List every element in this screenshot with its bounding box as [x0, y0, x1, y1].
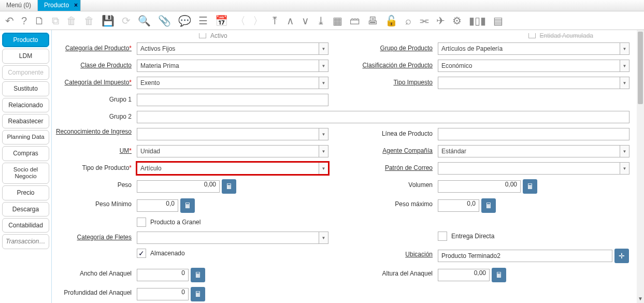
- checkbox-almacenado[interactable]: [137, 249, 146, 258]
- scroll-thumb[interactable]: [638, 32, 643, 104]
- tab-producto[interactable]: Producto ×: [38, 0, 81, 11]
- sidebar-item-socio[interactable]: Socio del Negocio: [2, 163, 49, 184]
- gear-icon[interactable]: ⚙: [452, 16, 462, 26]
- report-icon[interactable]: ▦: [333, 16, 342, 26]
- activo-checkbox[interactable]: [199, 33, 206, 38]
- chevron-down-icon[interactable]: ▼: [620, 163, 629, 174]
- sidebar-item-contabilidad[interactable]: Contabilidad: [2, 218, 49, 233]
- chevron-down-icon[interactable]: ▼: [620, 77, 629, 89]
- save-icon[interactable]: 💾: [102, 16, 115, 26]
- chevron-down-icon[interactable]: ▼: [319, 60, 328, 71]
- delete2-icon[interactable]: 🗑: [84, 16, 94, 26]
- calc-button[interactable]: 🖩: [481, 198, 496, 213]
- lock-icon[interactable]: 🔓: [385, 16, 398, 26]
- calc-button[interactable]: 🖩: [222, 179, 236, 194]
- select-clase-producto[interactable]: Materia Prima▼: [137, 60, 328, 72]
- checkbox-producto-granel[interactable]: [137, 218, 146, 227]
- up-icon[interactable]: ∧: [287, 16, 294, 26]
- search-icon[interactable]: 🔍: [138, 16, 151, 26]
- select-tipo-impuesto[interactable]: ▼: [438, 77, 629, 89]
- input-profundidad-anaquel[interactable]: 0: [137, 288, 189, 300]
- chevron-down-icon[interactable]: ▼: [319, 232, 328, 243]
- new-doc-icon[interactable]: 🗋: [34, 16, 45, 26]
- select-um[interactable]: Unidad▼: [137, 145, 328, 157]
- checkbox-entrega-directa[interactable]: [438, 232, 447, 241]
- undo-icon[interactable]: ↶: [5, 16, 14, 26]
- input-volumen[interactable]: 0,00: [438, 180, 521, 193]
- sidebar-item-descarga[interactable]: Descarga: [2, 202, 49, 217]
- scrollbar[interactable]: ▲ ▼: [637, 30, 644, 303]
- prev-icon[interactable]: 〈: [235, 16, 246, 26]
- calc-button[interactable]: 🖩: [191, 268, 205, 282]
- select-patron-correo[interactable]: ▼: [438, 162, 629, 175]
- sidebar-item-ldm[interactable]: LDM: [2, 49, 49, 63]
- input-peso-minimo[interactable]: 0,0: [137, 199, 178, 212]
- label-grupo2: Grupo 2: [54, 111, 137, 123]
- input-ubicacion[interactable]: Producto Terminado2: [438, 250, 612, 262]
- chevron-down-icon[interactable]: ▼: [319, 77, 328, 89]
- select-agente[interactable]: Estándar▼: [438, 145, 629, 157]
- input-altura-anaquel[interactable]: 0,00: [438, 269, 490, 281]
- workflow-icon[interactable]: ⫘: [419, 16, 429, 26]
- next-icon[interactable]: 〉: [253, 16, 263, 26]
- input-grupo2[interactable]: [137, 111, 629, 123]
- sidebar-item-transacciones[interactable]: Transacciones: [2, 234, 49, 249]
- input-peso-maximo[interactable]: 0,0: [438, 199, 479, 212]
- sidebar-item-precio[interactable]: Precio: [2, 185, 49, 200]
- select-reconocimiento[interactable]: ▼: [137, 128, 328, 140]
- down-icon[interactable]: ∨: [302, 16, 309, 26]
- calc-button[interactable]: 🖩: [191, 287, 205, 301]
- sidebar-item-compras[interactable]: Compras: [2, 146, 49, 161]
- calc-button[interactable]: 🖩: [492, 268, 506, 282]
- chevron-down-icon[interactable]: ▼: [620, 43, 629, 54]
- chevron-down-icon[interactable]: ▼: [319, 128, 328, 140]
- sidebar-item-producto[interactable]: Producto: [2, 33, 49, 47]
- chevron-down-icon[interactable]: ▼: [319, 43, 328, 54]
- sidebar-item-sustituto[interactable]: Sustituto: [2, 81, 49, 96]
- scroll-down-icon[interactable]: ▼: [637, 296, 644, 303]
- chevron-down-icon[interactable]: ▼: [319, 163, 328, 174]
- zoom-icon[interactable]: ⌕: [405, 16, 411, 26]
- label-clase-producto: Clase de Producto: [54, 60, 137, 72]
- tab-menu[interactable]: Menú (0): [0, 0, 38, 11]
- input-grupo1[interactable]: [137, 94, 328, 106]
- print-icon[interactable]: 🖶: [367, 16, 378, 26]
- input-linea-producto[interactable]: [438, 128, 629, 140]
- entidad-label: Entidad Acumulada: [540, 32, 593, 39]
- delete-icon[interactable]: 🗑: [66, 16, 77, 26]
- chevron-down-icon[interactable]: ▼: [319, 146, 328, 157]
- list-icon[interactable]: ☰: [198, 16, 208, 26]
- select-categoria-impuesto[interactable]: Exento▼: [137, 77, 328, 89]
- chat-icon[interactable]: 💬: [178, 16, 191, 26]
- calc-button[interactable]: 🖩: [180, 198, 195, 213]
- entidad-checkbox[interactable]: [528, 33, 536, 38]
- input-ancho-anaquel[interactable]: 0: [137, 269, 189, 281]
- attach-icon[interactable]: 📎: [158, 16, 171, 26]
- input-peso[interactable]: 0,00: [137, 180, 220, 193]
- label-tipo-impuesto: Tipo Impuesto: [355, 77, 438, 89]
- select-tipo-producto[interactable]: Artículo▼: [137, 162, 328, 175]
- send-icon[interactable]: ✈: [436, 16, 445, 26]
- locate-button[interactable]: ✛: [614, 249, 629, 263]
- chevron-down-icon[interactable]: ▼: [620, 146, 629, 157]
- select-categoria-fletes[interactable]: ▼: [137, 232, 328, 244]
- sidebar-item-componente[interactable]: Componente: [2, 65, 49, 80]
- refresh-icon[interactable]: ⟳: [122, 16, 131, 26]
- sidebar-item-relacionado[interactable]: Relacionado: [2, 98, 49, 112]
- barcode-icon[interactable]: ▮▯▮: [469, 16, 486, 26]
- select-grupo-producto[interactable]: Artículos de Papelería▼: [438, 42, 629, 55]
- close-icon[interactable]: ×: [74, 2, 78, 9]
- last-icon[interactable]: ⤓: [317, 16, 325, 26]
- sidebar-item-planning[interactable]: Planning Data: [2, 130, 49, 145]
- select-clasificacion-producto[interactable]: Económico▼: [438, 60, 629, 72]
- copy-icon[interactable]: ⧉: [52, 16, 59, 26]
- archive-icon[interactable]: 🗃: [350, 16, 360, 26]
- first-icon[interactable]: ⤒: [270, 16, 279, 26]
- calc-button[interactable]: 🖩: [523, 179, 537, 194]
- select-categoria-producto[interactable]: Activos Fijos▼: [137, 42, 328, 55]
- chevron-down-icon[interactable]: ▼: [620, 60, 629, 71]
- screen-icon[interactable]: ▤: [493, 16, 503, 26]
- sidebar-item-reabastecer[interactable]: Reabastecer: [2, 114, 49, 128]
- help-icon[interactable]: ?: [21, 16, 27, 26]
- calendar-icon[interactable]: 📅: [215, 16, 228, 26]
